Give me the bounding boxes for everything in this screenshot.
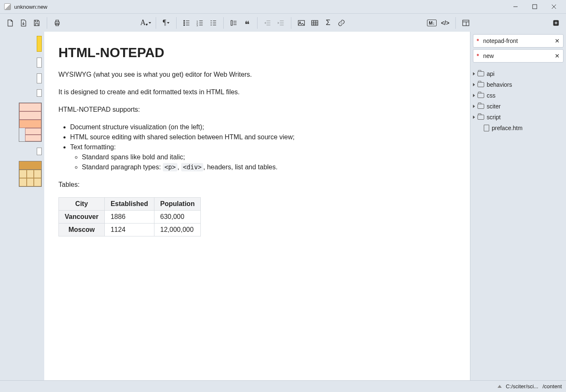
document-tab[interactable]: * new ✕ — [473, 49, 563, 63]
table-cell[interactable]: 1124 — [104, 224, 154, 236]
toolbar: A▾ ¶ 123 ❝ Σ M↓ </> — [0, 13, 566, 32]
expand-icon — [473, 94, 475, 97]
folder-icon — [478, 82, 484, 87]
expand-icon — [473, 116, 475, 119]
folder-icon — [478, 71, 484, 76]
tree-folder[interactable]: script — [473, 112, 563, 123]
definition-list-button[interactable] — [207, 16, 220, 30]
document-paragraph[interactable]: Tables: — [58, 180, 456, 190]
outline-block-paragraph[interactable] — [37, 58, 42, 68]
code-inline: <p> — [163, 163, 177, 171]
outline-block-paragraph[interactable] — [37, 73, 42, 83]
paragraph-button[interactable]: ¶ — [159, 16, 173, 30]
minimize-button[interactable] — [506, 0, 525, 13]
close-button[interactable] — [544, 0, 563, 13]
table-cell[interactable]: 1886 — [104, 211, 154, 224]
window-title: unknown:new — [14, 4, 48, 10]
maximize-button[interactable] — [525, 0, 544, 13]
up-icon[interactable] — [498, 385, 502, 388]
indent-button[interactable] — [274, 16, 288, 30]
unordered-list-button[interactable] — [180, 16, 193, 30]
document-table[interactable]: City Established Population Vancouver 18… — [58, 197, 201, 236]
outline-block-paragraph[interactable] — [37, 89, 42, 97]
folder-icon — [478, 93, 484, 98]
document-tab[interactable]: * notepad-front ✕ — [473, 34, 563, 48]
document-heading[interactable]: HTML-NOTEPAD — [58, 45, 456, 60]
outline-block-heading[interactable] — [37, 36, 42, 52]
font-button[interactable]: A▾ — [139, 16, 152, 30]
tab-close-button[interactable]: ✕ — [555, 53, 560, 59]
status-bar: C:/sciter/sci... /content — [0, 380, 566, 392]
print-button[interactable] — [51, 16, 64, 30]
modified-indicator: * — [477, 38, 479, 44]
table-cell[interactable]: Moscow — [59, 224, 105, 236]
insert-formula-button[interactable]: Σ — [321, 16, 335, 30]
save-button[interactable] — [30, 16, 43, 30]
quote-icon: ❝ — [245, 19, 250, 30]
markdown-icon: M↓ — [427, 20, 437, 26]
code-inline: <div> — [181, 163, 203, 171]
file-icon — [484, 125, 489, 131]
svg-marker-36 — [278, 22, 279, 24]
svg-rect-39 — [312, 20, 318, 25]
list-item[interactable]: Text formatting: Standard spans like bol… — [70, 142, 456, 172]
outline-block-list[interactable] — [19, 103, 42, 142]
app-icon — [4, 3, 11, 10]
table-header[interactable]: Population — [154, 198, 201, 211]
status-path[interactable]: C:/sciter/sci... — [506, 383, 538, 389]
file-tree: api behaviors css sciter script preface.… — [470, 68, 566, 133]
side-panel: * notepad-front ✕ * new ✕ api behaviors … — [470, 32, 566, 380]
open-documents-tabs: * notepad-front ✕ * new ✕ — [470, 32, 566, 68]
insert-table-button[interactable] — [308, 16, 321, 30]
outline-block-paragraph[interactable] — [37, 148, 42, 155]
list-item[interactable]: Standard spans like bold and italic; — [82, 152, 456, 162]
outdent-button[interactable] — [261, 16, 274, 30]
svg-text:3: 3 — [197, 24, 198, 26]
list-item[interactable]: Document structure visualization (on the… — [70, 122, 456, 132]
tree-file[interactable]: preface.htm — [473, 123, 563, 133]
tree-folder[interactable]: behaviors — [473, 79, 563, 90]
blockquote-button[interactable]: ❝ — [240, 16, 254, 30]
table-row: Moscow 1124 12,000,000 — [59, 224, 201, 236]
insert-link-button[interactable] — [335, 16, 348, 30]
table-cell[interactable]: 630,000 — [154, 211, 201, 224]
tree-folder[interactable]: api — [473, 68, 563, 79]
svg-rect-44 — [462, 20, 469, 25]
svg-rect-1 — [533, 5, 537, 9]
preformatted-button[interactable] — [227, 16, 240, 30]
tab-label: new — [483, 53, 555, 59]
svg-point-8 — [184, 22, 185, 23]
table-cell[interactable]: Vancouver — [59, 211, 105, 224]
ordered-list-button[interactable]: 123 — [193, 16, 207, 30]
list-item[interactable]: HTML source editing with shared selectio… — [70, 132, 456, 142]
table-header[interactable]: City — [59, 198, 105, 211]
list-item[interactable]: Standard paragraph types: <p>, <div>, he… — [82, 162, 456, 172]
document-list[interactable]: Document structure visualization (on the… — [58, 122, 456, 172]
layout-button[interactable] — [459, 16, 473, 30]
document-paragraph[interactable]: WYSIWYG (what you see is what you get) e… — [58, 70, 456, 80]
svg-point-9 — [184, 24, 185, 25]
table-cell[interactable]: 12,000,000 — [154, 224, 201, 236]
expand-icon — [473, 83, 475, 86]
new-file-button[interactable] — [3, 16, 17, 30]
tree-folder[interactable]: sciter — [473, 101, 563, 112]
table-row: Vancouver 1886 630,000 — [59, 211, 201, 224]
markdown-toggle-button[interactable]: M↓ — [425, 16, 439, 30]
folder-icon — [478, 104, 484, 109]
status-path-suffix[interactable]: /content — [543, 383, 562, 389]
editor-canvas[interactable]: HTML-NOTEPAD WYSIWYG (what you see is wh… — [44, 32, 470, 380]
open-file-button[interactable] — [17, 16, 30, 30]
table-header[interactable]: Established — [104, 198, 154, 211]
code-icon: </> — [441, 20, 449, 26]
document-paragraph[interactable]: It is designed to create and edit format… — [58, 87, 456, 97]
svg-marker-32 — [265, 22, 266, 24]
document-paragraph[interactable]: HTML-NOTEPAD supports: — [58, 105, 456, 115]
insert-image-button[interactable] — [295, 16, 308, 30]
document-outline-panel — [0, 32, 44, 380]
outline-block-table[interactable] — [19, 161, 42, 187]
tab-close-button[interactable]: ✕ — [555, 38, 560, 44]
folder-icon — [478, 115, 484, 120]
add-button[interactable] — [549, 16, 563, 30]
tree-folder[interactable]: css — [473, 90, 563, 101]
source-view-button[interactable]: </> — [439, 16, 452, 30]
